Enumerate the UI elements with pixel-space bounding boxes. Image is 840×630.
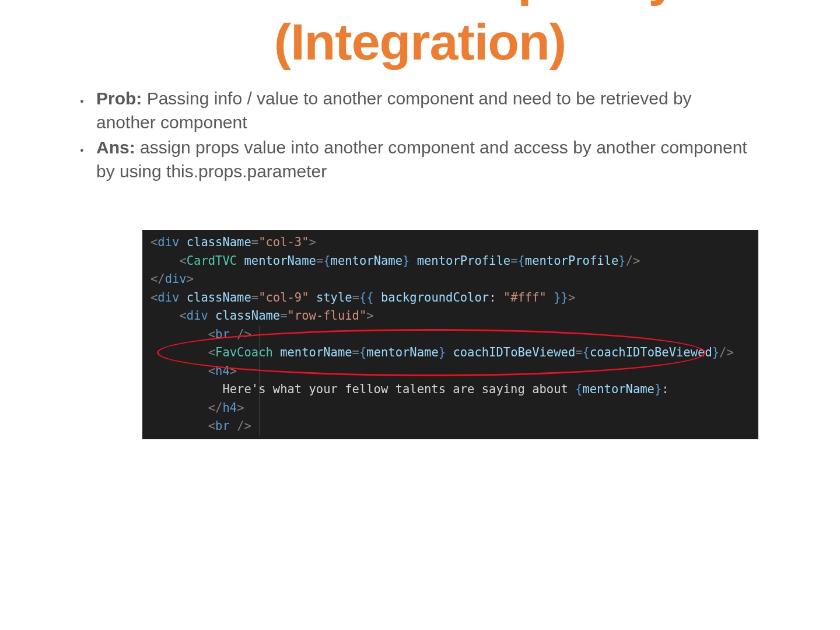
- bullet-text: assign props value into another componen…: [96, 138, 747, 181]
- bullet-prob: Prob: Passing info / value to another co…: [73, 87, 752, 134]
- title-line1: Technical Complexity: [164, 0, 676, 5]
- slide-page: Technical Complexity (Integration) Prob:…: [52, 0, 788, 630]
- page-title: Technical Complexity (Integration): [52, 0, 788, 69]
- code-block: <div className="col-3"> <CardTVC mentorN…: [142, 230, 758, 439]
- bullet-label: Ans:: [96, 138, 135, 157]
- bullet-text: Passing info / value to another componen…: [96, 89, 692, 132]
- bullet-list: Prob: Passing info / value to another co…: [73, 87, 788, 183]
- bullet-label: Prob:: [96, 89, 142, 108]
- bullet-ans: Ans: assign props value into another com…: [73, 136, 752, 183]
- code-content: <div className="col-3"> <CardTVC mentorN…: [142, 233, 758, 436]
- title-line2: (Integration): [52, 14, 788, 69]
